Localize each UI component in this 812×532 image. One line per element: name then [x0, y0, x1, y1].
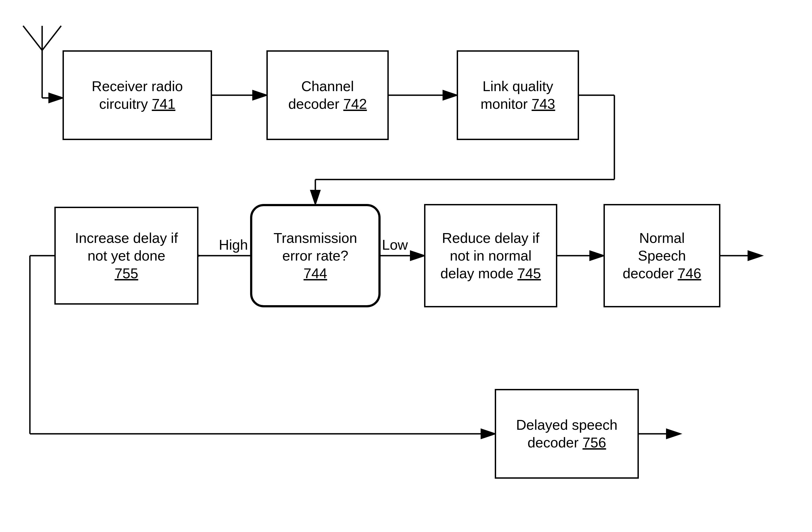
- increase-delay-box: Increase delay ifnot yet done755: [54, 207, 199, 305]
- increase-delay-label: Increase delay ifnot yet done755: [75, 229, 178, 282]
- reduce-delay-box: Reduce delay ifnot in normaldelay mode 7…: [424, 204, 557, 307]
- normal-speech-label: NormalSpeechdecoder 746: [623, 229, 701, 282]
- transmission-error-box: Transmissionerror rate?744: [250, 204, 381, 307]
- channel-decoder-box: Channeldecoder 742: [266, 50, 389, 140]
- svg-line-4: [42, 26, 61, 50]
- link-quality-box: Link qualitymonitor 743: [457, 50, 579, 140]
- high-label: High: [219, 236, 248, 253]
- svg-line-3: [23, 26, 42, 50]
- delayed-speech-label: Delayed speechdecoder 756: [516, 416, 618, 451]
- link-quality-label: Link qualitymonitor 743: [481, 77, 555, 113]
- delayed-speech-box: Delayed speechdecoder 756: [495, 389, 639, 479]
- reduce-delay-label: Reduce delay ifnot in normaldelay mode 7…: [440, 229, 541, 282]
- normal-speech-box: NormalSpeechdecoder 746: [604, 204, 720, 307]
- low-label: Low: [382, 236, 408, 253]
- channel-decoder-label: Channeldecoder 742: [288, 77, 367, 113]
- receiver-radio-box: Receiver radiocircuitry 741: [62, 50, 212, 140]
- receiver-radio-label: Receiver radiocircuitry 741: [92, 77, 183, 113]
- transmission-error-label: Transmissionerror rate?744: [274, 229, 357, 282]
